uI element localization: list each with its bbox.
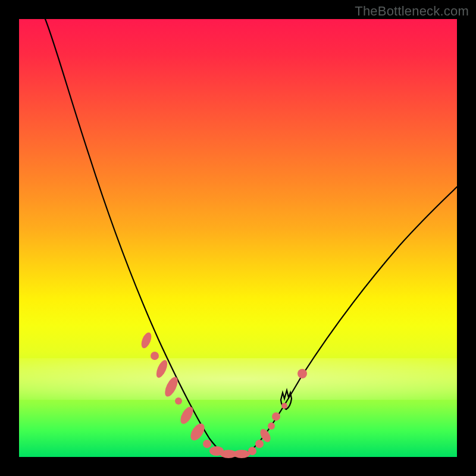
svg-point-16 bbox=[281, 403, 287, 409]
chart-frame: TheBottleneck.com bbox=[0, 0, 476, 476]
svg-point-2 bbox=[154, 359, 170, 380]
svg-point-12 bbox=[255, 440, 264, 448]
svg-point-4 bbox=[175, 397, 182, 405]
bottleneck-curve-svg bbox=[19, 19, 457, 457]
bottleneck-curve bbox=[45, 19, 457, 456]
sample-dots bbox=[139, 331, 307, 458]
svg-point-0 bbox=[139, 331, 153, 349]
svg-point-14 bbox=[268, 422, 275, 430]
svg-point-7 bbox=[203, 440, 211, 448]
svg-point-5 bbox=[178, 405, 196, 426]
svg-point-11 bbox=[248, 447, 256, 455]
svg-point-10 bbox=[233, 450, 250, 458]
svg-point-1 bbox=[151, 352, 159, 360]
svg-point-15 bbox=[272, 412, 280, 421]
svg-point-6 bbox=[188, 421, 208, 443]
plot-area bbox=[19, 19, 457, 457]
watermark-text: TheBottleneck.com bbox=[355, 4, 469, 19]
svg-point-17 bbox=[298, 369, 307, 378]
